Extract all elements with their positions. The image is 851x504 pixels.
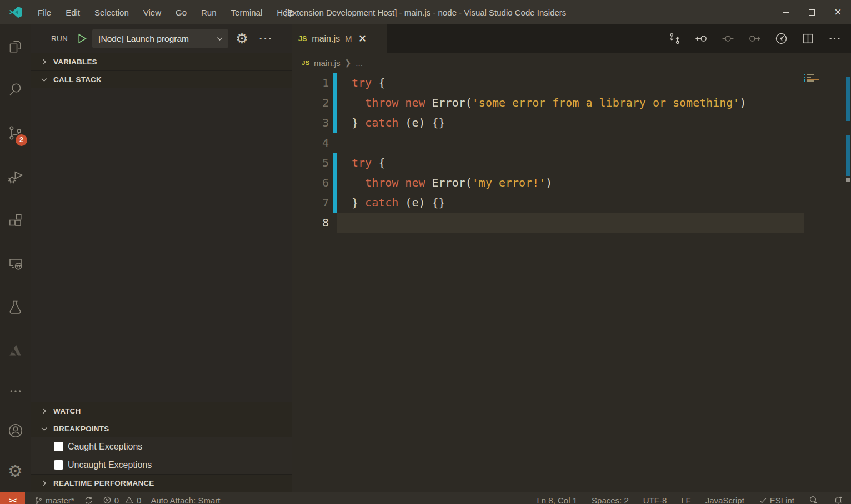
tab-bar: JS main.js M ✕ [292, 24, 851, 53]
auto-attach-status[interactable]: Auto Attach: Smart [151, 496, 220, 504]
minimap[interactable] [804, 73, 845, 82]
code-line-4[interactable]: 4 [292, 133, 851, 153]
modified-gutter-indicator [333, 73, 337, 93]
code-text: try { [337, 73, 804, 93]
code-token: try [352, 76, 372, 89]
menu-run[interactable]: Run [194, 0, 224, 24]
section-call-stack[interactable]: CALL STACK [31, 70, 292, 88]
section-breakpoints[interactable]: BREAKPOINTS [31, 420, 292, 437]
profile-session-icon[interactable] [774, 32, 788, 46]
breadcrumb-symbol[interactable]: ... [356, 58, 363, 68]
indentation-status[interactable]: Spaces: 2 [592, 496, 629, 504]
close-button[interactable]: × [825, 0, 851, 24]
code-token: (e) {} [398, 196, 445, 209]
chevron-right-icon [40, 479, 48, 487]
overview-ruler-modified-mark [846, 77, 850, 121]
menu-terminal[interactable]: Terminal [224, 0, 270, 24]
views-more-actions-icon[interactable]: ··· [259, 33, 273, 45]
search-icon[interactable] [0, 68, 31, 111]
code-line-5[interactable]: 5try { [292, 153, 851, 173]
eol-status[interactable]: LF [681, 496, 691, 504]
breakpoint-uncaught-exceptions[interactable]: Uncaught Exceptions [31, 456, 292, 474]
accounts-icon[interactable] [0, 410, 31, 451]
tab-main-js[interactable]: JS main.js M ✕ [292, 24, 387, 53]
menu-selection[interactable]: Selection [87, 0, 136, 24]
more-actions-icon[interactable] [828, 32, 842, 46]
remote-explorer-icon[interactable] [0, 242, 31, 285]
open-changes-icon[interactable] [668, 32, 682, 46]
start-debugging-button[interactable] [76, 32, 88, 45]
run-panel-title: RUN [51, 34, 68, 43]
section-watch[interactable]: WATCH [31, 402, 292, 420]
code-editor[interactable]: 1try {2 throw new Error('some error from… [292, 73, 851, 492]
errors-count: 0 [114, 496, 119, 504]
section-realtime-performance[interactable]: REALTIME PERFORMANCE [31, 474, 292, 492]
extensions-icon[interactable] [0, 198, 31, 241]
cursor-position[interactable]: Ln 8, Col 1 [537, 496, 577, 504]
chevron-down-icon [216, 34, 224, 43]
code-line-7[interactable]: 7} catch (e) {} [292, 193, 851, 213]
menu-view[interactable]: View [136, 0, 168, 24]
section-variables[interactable]: VARIABLES [31, 53, 292, 70]
language-mode[interactable]: JavaScript [705, 496, 744, 504]
remote-indicator[interactable]: >< [0, 492, 25, 504]
caught-exceptions-checkbox[interactable] [54, 442, 63, 451]
code-line-6[interactable]: 6 throw new Error('my error!') [292, 173, 851, 193]
problems-status[interactable]: 0 0 [103, 496, 142, 504]
code-line-3[interactable]: 3} catch (e) {} [292, 113, 851, 133]
split-editor-icon[interactable] [801, 32, 815, 46]
code-line-2[interactable]: 2 throw new Error('some error from a lib… [292, 93, 851, 113]
code-token: { [372, 156, 385, 169]
close-tab-icon[interactable]: ✕ [358, 32, 367, 45]
feedback-button[interactable] [809, 495, 819, 504]
code-token: catch [365, 196, 398, 209]
run-and-debug-icon[interactable] [0, 155, 31, 198]
menu-go[interactable]: Go [168, 0, 194, 24]
step-forward-icon[interactable] [748, 32, 762, 46]
menu-file[interactable]: File [31, 0, 58, 24]
breadcrumb-separator-icon: ❯ [345, 58, 352, 67]
code-text: } catch (e) {} [337, 113, 804, 133]
uncaught-exceptions-checkbox[interactable] [54, 460, 63, 470]
title-bar: File Edit Selection View Go Run Terminal… [0, 0, 851, 24]
azure-icon[interactable] [0, 329, 31, 372]
breakpoint-caught-exceptions[interactable]: Caught Exceptions [31, 437, 292, 456]
explorer-icon[interactable] [0, 24, 31, 68]
notifications-button[interactable] [833, 495, 843, 504]
line-number: 7 [292, 193, 333, 213]
gutter-spacer [333, 133, 337, 153]
menu-edit[interactable]: Edit [58, 0, 87, 24]
eslint-status[interactable]: ESLint [759, 496, 794, 504]
status-bar: >< master* 0 0 Auto Attach: Smart Ln 8, … [0, 492, 851, 504]
debug-pause-marker-icon[interactable] [721, 32, 735, 46]
line-number: 5 [292, 153, 333, 173]
code-token [352, 176, 365, 189]
maximize-button[interactable] [799, 0, 825, 24]
code-line-8[interactable]: 8 [292, 213, 851, 233]
line-number: 6 [292, 173, 333, 193]
sync-changes-button[interactable] [84, 496, 93, 504]
code-token: (e) {} [398, 116, 445, 129]
javascript-file-icon: JS [298, 35, 307, 43]
git-branch-status[interactable]: master* [34, 496, 74, 504]
code-text [337, 133, 804, 153]
launch-configuration-dropdown[interactable]: [Node] Launch program [92, 29, 228, 48]
line-number: 1 [292, 73, 333, 93]
minimize-button[interactable] [773, 0, 799, 24]
chevron-right-icon [40, 58, 48, 66]
testing-icon[interactable] [0, 285, 31, 329]
code-token: throw [365, 176, 398, 189]
configure-launch-icon[interactable]: ⚙ [236, 32, 248, 46]
code-line-1[interactable]: 1try { [292, 73, 851, 93]
call-stack-body [31, 88, 292, 402]
code-token [398, 176, 405, 189]
chevron-down-icon [40, 75, 48, 84]
settings-gear-icon[interactable]: ⚙ [0, 451, 31, 492]
breadcrumb-file[interactable]: main.js [314, 58, 341, 68]
source-control-icon[interactable]: 2 [0, 112, 31, 155]
more-views-icon[interactable] [0, 372, 31, 411]
step-back-icon[interactable] [694, 32, 708, 46]
encoding-status[interactable]: UTF-8 [643, 496, 667, 504]
sync-icon [84, 496, 93, 504]
section-realtime-performance-label: REALTIME PERFORMANCE [53, 479, 154, 487]
